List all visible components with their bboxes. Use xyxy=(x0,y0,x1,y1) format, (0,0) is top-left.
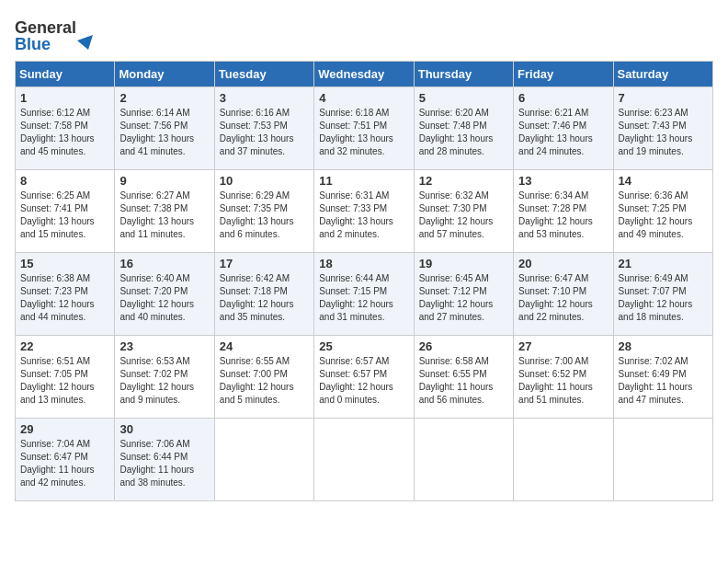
day-number: 14 xyxy=(619,174,708,188)
calendar-day-cell: 22 Sunrise: 6:51 AM Sunset: 7:05 PM Dayl… xyxy=(16,336,115,419)
day-number: 24 xyxy=(220,339,309,353)
day-info: Sunrise: 6:14 AM Sunset: 7:56 PM Dayligh… xyxy=(119,107,209,158)
weekday-header-cell: Friday xyxy=(514,62,613,87)
day-number: 29 xyxy=(20,422,109,436)
calendar-week-row: 1 Sunrise: 6:12 AM Sunset: 7:58 PM Dayli… xyxy=(16,87,713,170)
day-number: 26 xyxy=(419,339,508,353)
day-number: 28 xyxy=(619,339,708,353)
day-info: Sunrise: 6:40 AM Sunset: 7:20 PM Dayligh… xyxy=(119,272,209,324)
weekday-header-cell: Saturday xyxy=(613,62,712,87)
calendar-day-cell: 11 Sunrise: 6:31 AM Sunset: 7:33 PM Dayl… xyxy=(314,170,414,253)
day-info: Sunrise: 6:57 AM Sunset: 6:57 PM Dayligh… xyxy=(319,355,408,407)
day-number: 1 xyxy=(20,91,109,105)
calendar-day-cell: 17 Sunrise: 6:42 AM Sunset: 7:18 PM Dayl… xyxy=(214,253,313,336)
calendar-day-cell: 5 Sunrise: 6:20 AM Sunset: 7:48 PM Dayli… xyxy=(414,87,513,170)
calendar-day-cell: 30 Sunrise: 7:06 AM Sunset: 6:44 PM Dayl… xyxy=(115,419,214,501)
calendar-day-cell: 25 Sunrise: 6:57 AM Sunset: 6:57 PM Dayl… xyxy=(314,336,414,419)
day-info: Sunrise: 6:36 AM Sunset: 7:25 PM Dayligh… xyxy=(619,190,708,241)
svg-text:Blue: Blue xyxy=(15,35,51,53)
day-info: Sunrise: 6:47 AM Sunset: 7:10 PM Dayligh… xyxy=(518,272,608,324)
logo-icon: General Blue xyxy=(15,15,107,53)
day-info: Sunrise: 7:00 AM Sunset: 6:52 PM Dayligh… xyxy=(518,355,608,407)
day-number: 20 xyxy=(518,257,608,270)
calendar-day-cell: 10 Sunrise: 6:29 AM Sunset: 7:35 PM Dayl… xyxy=(214,170,313,253)
weekday-header-cell: Wednesday xyxy=(314,62,414,87)
calendar-day-cell: 28 Sunrise: 7:02 AM Sunset: 6:49 PM Dayl… xyxy=(613,336,712,419)
calendar-day-cell: 14 Sunrise: 6:36 AM Sunset: 7:25 PM Dayl… xyxy=(613,170,712,253)
day-info: Sunrise: 6:25 AM Sunset: 7:41 PM Dayligh… xyxy=(20,190,109,241)
calendar-day-cell xyxy=(314,419,414,501)
page-header: General Blue xyxy=(15,15,713,53)
day-number: 13 xyxy=(518,174,608,188)
calendar-day-cell: 19 Sunrise: 6:45 AM Sunset: 7:12 PM Dayl… xyxy=(414,253,513,336)
calendar-day-cell: 1 Sunrise: 6:12 AM Sunset: 7:58 PM Dayli… xyxy=(16,87,115,170)
day-info: Sunrise: 6:29 AM Sunset: 7:35 PM Dayligh… xyxy=(220,190,309,241)
day-info: Sunrise: 6:34 AM Sunset: 7:28 PM Dayligh… xyxy=(518,190,608,241)
day-info: Sunrise: 6:12 AM Sunset: 7:58 PM Dayligh… xyxy=(20,107,109,158)
day-info: Sunrise: 6:27 AM Sunset: 7:38 PM Dayligh… xyxy=(119,190,209,241)
day-info: Sunrise: 6:23 AM Sunset: 7:43 PM Dayligh… xyxy=(619,107,708,158)
calendar-day-cell: 8 Sunrise: 6:25 AM Sunset: 7:41 PM Dayli… xyxy=(16,170,115,253)
svg-marker-2 xyxy=(77,35,93,50)
day-number: 5 xyxy=(419,91,508,105)
calendar-day-cell: 4 Sunrise: 6:18 AM Sunset: 7:51 PM Dayli… xyxy=(314,87,414,170)
calendar-week-row: 15 Sunrise: 6:38 AM Sunset: 7:23 PM Dayl… xyxy=(16,253,713,336)
day-info: Sunrise: 7:02 AM Sunset: 6:49 PM Dayligh… xyxy=(619,355,708,407)
calendar-day-cell: 23 Sunrise: 6:53 AM Sunset: 7:02 PM Dayl… xyxy=(115,336,214,419)
day-number: 23 xyxy=(119,339,209,353)
day-info: Sunrise: 6:32 AM Sunset: 7:30 PM Dayligh… xyxy=(419,190,508,241)
day-number: 7 xyxy=(619,91,708,105)
calendar-table: SundayMondayTuesdayWednesdayThursdayFrid… xyxy=(15,61,713,501)
day-info: Sunrise: 7:06 AM Sunset: 6:44 PM Dayligh… xyxy=(119,438,209,489)
calendar-day-cell: 26 Sunrise: 6:58 AM Sunset: 6:55 PM Dayl… xyxy=(414,336,513,419)
day-info: Sunrise: 6:16 AM Sunset: 7:53 PM Dayligh… xyxy=(220,107,309,158)
weekday-header-cell: Monday xyxy=(115,62,214,87)
calendar-day-cell xyxy=(414,419,513,501)
day-number: 2 xyxy=(119,91,209,105)
calendar-day-cell: 9 Sunrise: 6:27 AM Sunset: 7:38 PM Dayli… xyxy=(115,170,214,253)
logo: General Blue xyxy=(15,15,107,53)
day-info: Sunrise: 6:53 AM Sunset: 7:02 PM Dayligh… xyxy=(119,355,209,407)
day-info: Sunrise: 6:20 AM Sunset: 7:48 PM Dayligh… xyxy=(419,107,508,158)
calendar-day-cell: 12 Sunrise: 6:32 AM Sunset: 7:30 PM Dayl… xyxy=(414,170,513,253)
day-number: 22 xyxy=(20,339,109,353)
calendar-week-row: 29 Sunrise: 7:04 AM Sunset: 6:47 PM Dayl… xyxy=(16,419,713,501)
day-info: Sunrise: 7:04 AM Sunset: 6:47 PM Dayligh… xyxy=(20,438,109,489)
day-number: 11 xyxy=(319,174,408,188)
calendar-day-cell xyxy=(514,419,613,501)
day-info: Sunrise: 6:18 AM Sunset: 7:51 PM Dayligh… xyxy=(319,107,408,158)
day-info: Sunrise: 6:42 AM Sunset: 7:18 PM Dayligh… xyxy=(220,272,309,324)
day-number: 15 xyxy=(20,257,109,270)
day-info: Sunrise: 6:51 AM Sunset: 7:05 PM Dayligh… xyxy=(20,355,109,407)
calendar-day-cell: 18 Sunrise: 6:44 AM Sunset: 7:15 PM Dayl… xyxy=(314,253,414,336)
day-number: 4 xyxy=(319,91,408,105)
day-number: 17 xyxy=(220,257,309,270)
calendar-day-cell: 24 Sunrise: 6:55 AM Sunset: 7:00 PM Dayl… xyxy=(214,336,313,419)
calendar-day-cell: 29 Sunrise: 7:04 AM Sunset: 6:47 PM Dayl… xyxy=(16,419,115,501)
day-info: Sunrise: 6:45 AM Sunset: 7:12 PM Dayligh… xyxy=(419,272,508,324)
calendar-day-cell: 21 Sunrise: 6:49 AM Sunset: 7:07 PM Dayl… xyxy=(613,253,712,336)
svg-text:General: General xyxy=(15,18,76,37)
day-info: Sunrise: 6:44 AM Sunset: 7:15 PM Dayligh… xyxy=(319,272,408,324)
day-number: 25 xyxy=(319,339,408,353)
calendar-day-cell xyxy=(214,419,313,501)
day-number: 10 xyxy=(220,174,309,188)
calendar-day-cell: 16 Sunrise: 6:40 AM Sunset: 7:20 PM Dayl… xyxy=(115,253,214,336)
day-number: 16 xyxy=(119,257,209,270)
day-info: Sunrise: 6:31 AM Sunset: 7:33 PM Dayligh… xyxy=(319,190,408,241)
day-number: 8 xyxy=(20,174,109,188)
day-number: 19 xyxy=(419,257,508,270)
day-number: 18 xyxy=(319,257,408,270)
weekday-header-cell: Tuesday xyxy=(214,62,313,87)
weekday-header-cell: Sunday xyxy=(16,62,115,87)
calendar-day-cell: 13 Sunrise: 6:34 AM Sunset: 7:28 PM Dayl… xyxy=(514,170,613,253)
calendar-day-cell: 2 Sunrise: 6:14 AM Sunset: 7:56 PM Dayli… xyxy=(115,87,214,170)
calendar-day-cell: 7 Sunrise: 6:23 AM Sunset: 7:43 PM Dayli… xyxy=(613,87,712,170)
calendar-day-cell: 3 Sunrise: 6:16 AM Sunset: 7:53 PM Dayli… xyxy=(214,87,313,170)
day-number: 9 xyxy=(119,174,209,188)
day-info: Sunrise: 6:49 AM Sunset: 7:07 PM Dayligh… xyxy=(619,272,708,324)
calendar-week-row: 8 Sunrise: 6:25 AM Sunset: 7:41 PM Dayli… xyxy=(16,170,713,253)
day-number: 3 xyxy=(220,91,309,105)
weekday-header-cell: Thursday xyxy=(414,62,513,87)
day-info: Sunrise: 6:55 AM Sunset: 7:00 PM Dayligh… xyxy=(220,355,309,407)
